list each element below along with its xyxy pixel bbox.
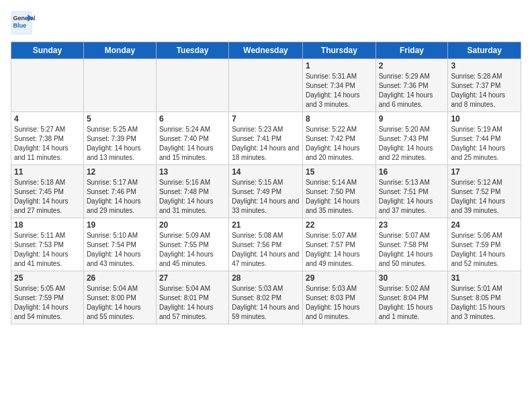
day-info: Sunrise: 5:11 AM Sunset: 7:53 PM Dayligh… [14,231,81,269]
day-number: 9 [379,114,445,124]
day-number: 18 [14,220,81,230]
calendar-cell: 13Sunrise: 5:16 AM Sunset: 7:48 PM Dayli… [156,165,228,218]
calendar-cell: 23Sunrise: 5:07 AM Sunset: 7:58 PM Dayli… [375,218,448,271]
day-info: Sunrise: 5:10 AM Sunset: 7:54 PM Dayligh… [87,231,153,269]
day-number: 21 [232,220,300,230]
calendar-cell: 16Sunrise: 5:13 AM Sunset: 7:51 PM Dayli… [375,165,448,218]
day-info: Sunrise: 5:04 AM Sunset: 8:01 PM Dayligh… [159,284,226,322]
day-number: 2 [379,61,445,71]
day-number: 31 [451,273,518,283]
day-info: Sunrise: 5:18 AM Sunset: 7:45 PM Dayligh… [14,178,81,216]
day-number: 12 [87,167,153,177]
day-number: 19 [87,220,153,230]
calendar-cell: 15Sunrise: 5:14 AM Sunset: 7:50 PM Dayli… [302,165,375,218]
day-number: 17 [451,167,518,177]
day-number: 3 [451,61,518,71]
day-info: Sunrise: 5:24 AM Sunset: 7:40 PM Dayligh… [159,125,226,163]
calendar-cell: 14Sunrise: 5:15 AM Sunset: 7:49 PM Dayli… [229,165,303,218]
day-info: Sunrise: 5:06 AM Sunset: 7:59 PM Dayligh… [451,231,518,269]
calendar-cell: 21Sunrise: 5:08 AM Sunset: 7:56 PM Dayli… [229,218,303,271]
day-number: 8 [306,114,373,124]
day-number: 23 [379,220,445,230]
calendar-cell: 1Sunrise: 5:31 AM Sunset: 7:34 PM Daylig… [302,59,375,112]
calendar-cell: 22Sunrise: 5:07 AM Sunset: 7:57 PM Dayli… [302,218,375,271]
calendar-cell [156,59,228,112]
logo: General Blue [11,11,38,35]
day-info: Sunrise: 5:28 AM Sunset: 7:37 PM Dayligh… [451,72,518,109]
day-number: 13 [159,167,226,177]
day-info: Sunrise: 5:22 AM Sunset: 7:42 PM Dayligh… [306,125,373,163]
day-number: 15 [306,167,373,177]
day-info: Sunrise: 5:07 AM Sunset: 7:57 PM Dayligh… [306,231,373,269]
day-info: Sunrise: 5:23 AM Sunset: 7:41 PM Dayligh… [232,125,300,163]
weekday-header: Friday [375,42,448,59]
day-info: Sunrise: 5:13 AM Sunset: 7:51 PM Dayligh… [379,178,445,216]
weekday-header: Tuesday [156,42,228,59]
weekday-row: SundayMondayTuesdayWednesdayThursdayFrid… [11,42,521,59]
day-number: 27 [159,273,226,283]
day-info: Sunrise: 5:04 AM Sunset: 8:00 PM Dayligh… [87,284,153,322]
calendar-cell: 17Sunrise: 5:12 AM Sunset: 7:52 PM Dayli… [448,165,521,218]
day-number: 30 [379,273,445,283]
calendar-cell: 11Sunrise: 5:18 AM Sunset: 7:45 PM Dayli… [11,165,84,218]
day-info: Sunrise: 5:09 AM Sunset: 7:55 PM Dayligh… [159,231,226,269]
day-info: Sunrise: 5:07 AM Sunset: 7:58 PM Dayligh… [379,231,445,269]
day-number: 20 [159,220,226,230]
day-number: 7 [232,114,300,124]
calendar-cell: 7Sunrise: 5:23 AM Sunset: 7:41 PM Daylig… [229,112,303,165]
day-info: Sunrise: 5:17 AM Sunset: 7:46 PM Dayligh… [87,178,153,216]
day-number: 28 [232,273,300,283]
day-number: 11 [14,167,81,177]
day-info: Sunrise: 5:16 AM Sunset: 7:48 PM Dayligh… [159,178,226,216]
calendar-week-row: 11Sunrise: 5:18 AM Sunset: 7:45 PM Dayli… [11,165,521,218]
day-info: Sunrise: 5:12 AM Sunset: 7:52 PM Dayligh… [451,178,518,216]
logo-icon: General Blue [11,11,35,35]
calendar-cell: 3Sunrise: 5:28 AM Sunset: 7:37 PM Daylig… [448,59,521,112]
calendar-cell: 6Sunrise: 5:24 AM Sunset: 7:40 PM Daylig… [156,112,228,165]
calendar-cell: 25Sunrise: 5:05 AM Sunset: 7:59 PM Dayli… [11,271,84,324]
calendar-table: SundayMondayTuesdayWednesdayThursdayFrid… [11,42,521,324]
calendar-cell: 19Sunrise: 5:10 AM Sunset: 7:54 PM Dayli… [83,218,156,271]
day-info: Sunrise: 5:02 AM Sunset: 8:04 PM Dayligh… [379,284,445,322]
day-number: 5 [87,114,153,124]
day-number: 4 [14,114,81,124]
day-number: 14 [232,167,300,177]
page-header: General Blue [11,11,521,35]
calendar-cell: 10Sunrise: 5:19 AM Sunset: 7:44 PM Dayli… [448,112,521,165]
svg-text:Blue: Blue [13,22,27,29]
calendar-cell: 30Sunrise: 5:02 AM Sunset: 8:04 PM Dayli… [375,271,448,324]
weekday-header: Sunday [11,42,84,59]
calendar-cell [11,59,84,112]
day-info: Sunrise: 5:08 AM Sunset: 7:56 PM Dayligh… [232,231,300,269]
day-info: Sunrise: 5:20 AM Sunset: 7:43 PM Dayligh… [379,125,445,163]
day-number: 22 [306,220,373,230]
calendar-cell: 4Sunrise: 5:27 AM Sunset: 7:38 PM Daylig… [11,112,84,165]
day-info: Sunrise: 5:03 AM Sunset: 8:02 PM Dayligh… [232,284,300,322]
calendar-cell: 27Sunrise: 5:04 AM Sunset: 8:01 PM Dayli… [156,271,228,324]
calendar-cell: 12Sunrise: 5:17 AM Sunset: 7:46 PM Dayli… [83,165,156,218]
calendar-body: 1Sunrise: 5:31 AM Sunset: 7:34 PM Daylig… [11,59,521,324]
calendar-cell: 31Sunrise: 5:01 AM Sunset: 8:05 PM Dayli… [448,271,521,324]
calendar-week-row: 4Sunrise: 5:27 AM Sunset: 7:38 PM Daylig… [11,112,521,165]
day-info: Sunrise: 5:31 AM Sunset: 7:34 PM Dayligh… [306,72,373,109]
weekday-header: Saturday [448,42,521,59]
day-info: Sunrise: 5:15 AM Sunset: 7:49 PM Dayligh… [232,178,300,216]
calendar-week-row: 1Sunrise: 5:31 AM Sunset: 7:34 PM Daylig… [11,59,521,112]
calendar-cell: 26Sunrise: 5:04 AM Sunset: 8:00 PM Dayli… [83,271,156,324]
day-info: Sunrise: 5:05 AM Sunset: 7:59 PM Dayligh… [14,284,81,322]
day-number: 10 [451,114,518,124]
calendar-cell: 24Sunrise: 5:06 AM Sunset: 7:59 PM Dayli… [448,218,521,271]
day-info: Sunrise: 5:25 AM Sunset: 7:39 PM Dayligh… [87,125,153,163]
day-number: 25 [14,273,81,283]
day-number: 29 [306,273,373,283]
calendar-cell [229,59,303,112]
day-info: Sunrise: 5:01 AM Sunset: 8:05 PM Dayligh… [451,284,518,322]
calendar-cell: 8Sunrise: 5:22 AM Sunset: 7:42 PM Daylig… [302,112,375,165]
day-number: 1 [306,61,373,71]
day-number: 26 [87,273,153,283]
calendar-cell: 18Sunrise: 5:11 AM Sunset: 7:53 PM Dayli… [11,218,84,271]
weekday-header: Wednesday [229,42,303,59]
calendar-cell: 2Sunrise: 5:29 AM Sunset: 7:36 PM Daylig… [375,59,448,112]
calendar-week-row: 18Sunrise: 5:11 AM Sunset: 7:53 PM Dayli… [11,218,521,271]
day-info: Sunrise: 5:14 AM Sunset: 7:50 PM Dayligh… [306,178,373,216]
